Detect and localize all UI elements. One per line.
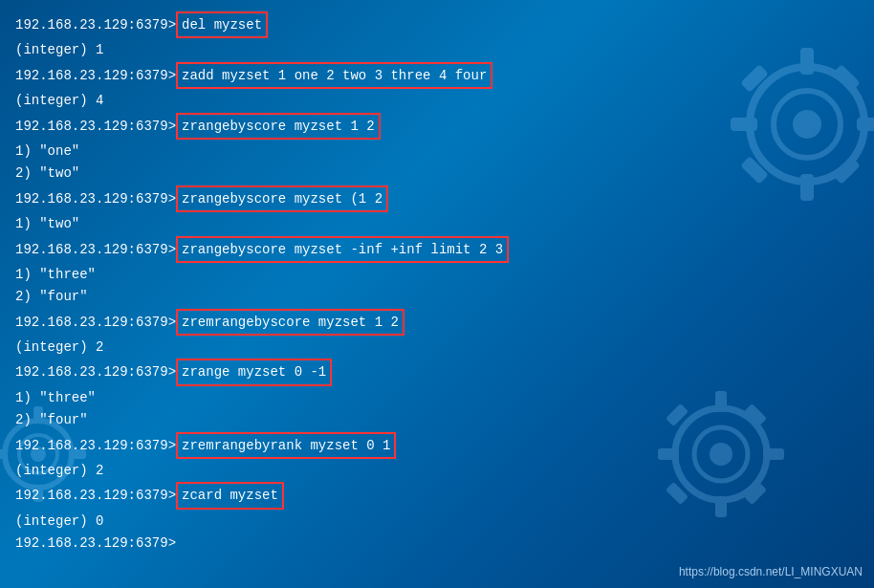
- terminal-command: zadd myzset 1 one 2 two 3 three 4 four: [176, 62, 492, 89]
- terminal-prompt: 192.168.23.129:6379>: [15, 65, 176, 86]
- terminal-line: 192.168.23.129:6379> zcard myzset: [15, 482, 859, 509]
- terminal-line: (integer) 2: [15, 460, 859, 481]
- terminal-line: 192.168.23.129:6379> del myzset: [15, 11, 859, 38]
- terminal-line: 192.168.23.129:6379> zrangebyscore myzse…: [15, 113, 859, 140]
- terminal-line: 192.168.23.129:6379> zrangebyscore myzse…: [15, 236, 859, 263]
- terminal-result: (integer) 4: [15, 90, 103, 111]
- terminal-result: 1) "two": [15, 213, 79, 234]
- terminal-command: zremrangebyrank myzset 0 1: [176, 432, 396, 459]
- terminal-content: 192.168.23.129:6379> del myzset(integer)…: [0, 0, 874, 567]
- terminal-result: 1) "three": [15, 387, 96, 408]
- terminal-prompt: 192.168.23.129:6379>: [15, 116, 176, 137]
- terminal-line: 192.168.23.129:6379> zrange myzset 0 -1: [15, 359, 859, 385]
- terminal-prompt: 192.168.23.129:6379>: [15, 533, 176, 554]
- terminal-line: 1) "three": [15, 387, 859, 408]
- terminal-result: 1) "three": [15, 264, 96, 285]
- terminal-command: zrangebyscore myzset (1 2: [176, 185, 388, 212]
- terminal-command: zrange myzset 0 -1: [176, 359, 332, 385]
- terminal-prompt: 192.168.23.129:6379>: [15, 312, 176, 333]
- watermark: https://blog.csdn.net/LI_MINGXUAN: [679, 565, 863, 578]
- terminal-result: (integer) 0: [15, 511, 103, 532]
- terminal-line: 192.168.23.129:6379> zremrangebyscore my…: [15, 309, 859, 336]
- terminal-result: 1) "one": [15, 141, 79, 162]
- terminal-line: (integer) 2: [15, 337, 859, 358]
- terminal-prompt: 192.168.23.129:6379>: [15, 239, 176, 260]
- terminal-result: (integer) 1: [15, 39, 103, 60]
- terminal-command: zremrangebyscore myzset 1 2: [176, 309, 404, 336]
- terminal-line: 2) "four": [15, 286, 859, 307]
- terminal-line: 192.168.23.129:6379>: [15, 533, 859, 554]
- terminal-command: del myzset: [176, 11, 268, 38]
- terminal-line: 2) "four": [15, 409, 859, 430]
- terminal-command: zcard myzset: [176, 482, 284, 509]
- terminal-prompt: 192.168.23.129:6379>: [15, 435, 176, 456]
- terminal-line: (integer) 0: [15, 511, 859, 532]
- terminal-line: 192.168.23.129:6379> zadd myzset 1 one 2…: [15, 62, 859, 89]
- terminal-result: 2) "four": [15, 286, 88, 307]
- terminal-prompt: 192.168.23.129:6379>: [15, 14, 176, 35]
- terminal-result: (integer) 2: [15, 337, 103, 358]
- terminal-result: 2) "two": [15, 163, 79, 184]
- terminal-command: zrangebyscore myzset 1 2: [176, 113, 381, 140]
- terminal-result: 2) "four": [15, 409, 88, 430]
- terminal-command: zrangebyscore myzset -inf +inf limit 2 3: [176, 236, 509, 263]
- terminal-line: 1) "two": [15, 213, 859, 234]
- terminal-line: (integer) 1: [15, 39, 859, 60]
- terminal-line: 192.168.23.129:6379> zrangebyscore myzse…: [15, 185, 859, 212]
- terminal-line: 1) "one": [15, 141, 859, 162]
- terminal-prompt: 192.168.23.129:6379>: [15, 485, 176, 506]
- terminal-result: (integer) 2: [15, 460, 103, 481]
- terminal-line: 192.168.23.129:6379> zremrangebyrank myz…: [15, 432, 859, 459]
- terminal-line: 2) "two": [15, 163, 859, 184]
- terminal-line: 1) "three": [15, 264, 859, 285]
- terminal-line: (integer) 4: [15, 90, 859, 111]
- terminal-prompt: 192.168.23.129:6379>: [15, 188, 176, 209]
- terminal-prompt: 192.168.23.129:6379>: [15, 361, 176, 382]
